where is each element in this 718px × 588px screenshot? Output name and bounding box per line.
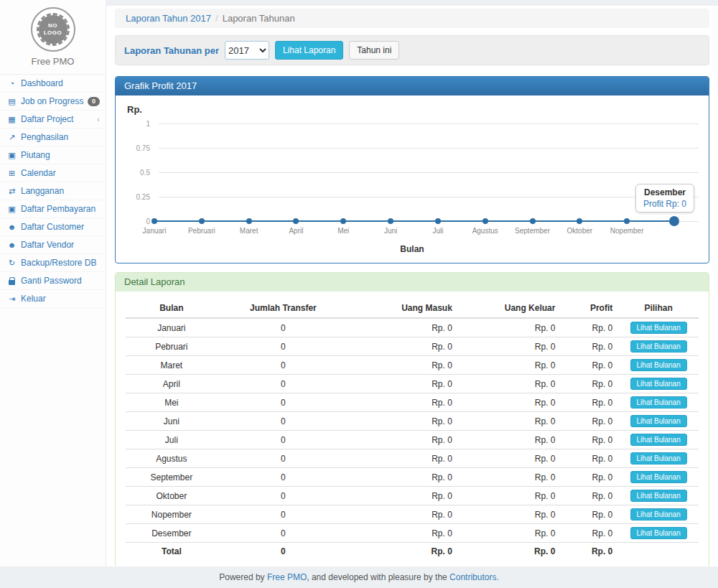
total-row: Total0Rp. 0Rp. 0Rp. 0 bbox=[126, 543, 699, 560]
report-filter-bar: Laporan Tahunan per 2017 Lihat Laporan T… bbox=[115, 35, 709, 65]
view-report-button[interactable]: Lihat Laporan bbox=[275, 41, 343, 60]
sidebar-item-dashboard[interactable]: ◔Dashboard bbox=[0, 75, 106, 93]
profit-cell: Rp. 0 bbox=[561, 543, 618, 560]
view-monthly-button[interactable]: Lihat Bulanan bbox=[630, 396, 687, 409]
column-header: Profit bbox=[561, 299, 618, 318]
table-row: Maret0Rp. 0Rp. 0Rp. 0Lihat Bulanan bbox=[126, 356, 699, 375]
view-monthly-button[interactable]: Lihat Bulanan bbox=[630, 359, 687, 371]
this-year-button[interactable]: Tahun ini bbox=[349, 41, 399, 60]
bulan-cell: Januari bbox=[126, 318, 218, 337]
uang-keluar-cell: Rp. 0 bbox=[458, 524, 561, 543]
sidebar-item-piutang[interactable]: ▣Piutang bbox=[0, 146, 106, 164]
gridline bbox=[159, 197, 699, 197]
uang-masuk-cell: Rp. 0 bbox=[349, 449, 458, 468]
uang-keluar-cell: Rp. 0 bbox=[458, 393, 561, 412]
uang-masuk-cell: Rp. 0 bbox=[349, 487, 458, 505]
x-tick-label: Nopember bbox=[601, 227, 653, 235]
x-tick-label: Juli bbox=[412, 227, 464, 235]
profit-cell: Rp. 0 bbox=[561, 393, 618, 412]
chevron-left-icon: ‹ bbox=[97, 114, 100, 124]
x-axis-label: Bulan bbox=[126, 244, 699, 254]
view-monthly-button[interactable]: Lihat Bulanan bbox=[630, 527, 687, 539]
sidebar-item-daftar-customer[interactable]: ☻Daftar Customer bbox=[0, 218, 106, 236]
uang-masuk-cell: Rp. 0 bbox=[349, 375, 458, 393]
data-point-oktober[interactable] bbox=[577, 218, 582, 224]
table-row: Oktober0Rp. 0Rp. 0Rp. 0Lihat Bulanan bbox=[126, 487, 699, 505]
sidebar-item-daftar-project[interactable]: ▦Daftar Project‹ bbox=[0, 111, 106, 129]
view-monthly-button[interactable]: Lihat Bulanan bbox=[630, 322, 687, 334]
view-monthly-button[interactable]: Lihat Bulanan bbox=[630, 471, 687, 483]
data-point-agustus[interactable] bbox=[482, 218, 488, 224]
footer-brand-link[interactable]: Free PMO bbox=[267, 572, 307, 582]
column-header: Bulan bbox=[126, 299, 218, 318]
jumlah-transfer-cell: 0 bbox=[218, 318, 350, 337]
sidebar-item-penghasilan[interactable]: ↗Penghasilan bbox=[0, 129, 106, 146]
sidebar-item-ganti-password[interactable]: Ganti Password bbox=[0, 272, 106, 290]
action-cell: Lihat Bulanan bbox=[618, 487, 699, 505]
sidebar-item-label: Job on Progress bbox=[21, 96, 83, 106]
table-row: Agustus0Rp. 0Rp. 0Rp. 0Lihat Bulanan bbox=[126, 449, 699, 468]
data-point-januari[interactable] bbox=[151, 218, 157, 224]
sidebar-item-keluar[interactable]: ⇥Keluar bbox=[0, 290, 106, 308]
calendar-icon: ⊞ bbox=[6, 168, 17, 178]
data-point-september[interactable] bbox=[530, 218, 536, 224]
data-point-maret[interactable] bbox=[246, 218, 252, 224]
logo-seal-icon: NO LOGO bbox=[37, 13, 70, 46]
data-point-mei[interactable] bbox=[340, 218, 346, 224]
data-point-nopember[interactable] bbox=[624, 218, 630, 224]
data-point-juli[interactable] bbox=[435, 218, 441, 224]
profit-cell: Rp. 0 bbox=[561, 505, 618, 524]
view-monthly-button[interactable]: Lihat Bulanan bbox=[630, 415, 687, 427]
uang-masuk-cell: Rp. 0 bbox=[349, 543, 458, 560]
sidebar-item-langganan[interactable]: ⇄Langganan bbox=[0, 182, 106, 200]
app-window: NO LOGO Free PMO ◔Dashboard▤Job on Progr… bbox=[0, 0, 718, 588]
sidebar-item-calendar[interactable]: ⊞Calendar bbox=[0, 164, 106, 182]
data-point-pebruari[interactable] bbox=[199, 218, 205, 224]
detail-report-panel: Detail Laporan BulanJumlah TransferUang … bbox=[115, 272, 709, 566]
view-monthly-button[interactable]: Lihat Bulanan bbox=[630, 378, 687, 390]
action-cell: Lihat Bulanan bbox=[618, 431, 699, 449]
y-tick-label: 0.5 bbox=[126, 169, 150, 177]
sidebar-item-label: Calendar bbox=[21, 168, 56, 178]
uang-keluar-cell: Rp. 0 bbox=[458, 337, 561, 356]
x-tick-label: Oktober bbox=[554, 227, 605, 235]
bulan-cell: September bbox=[126, 468, 218, 487]
uang-masuk-cell: Rp. 0 bbox=[349, 431, 458, 449]
profit-cell: Rp. 0 bbox=[561, 318, 618, 337]
sidebar-item-label: Keluar bbox=[21, 294, 46, 304]
footer-text-middle: , and developed with pleasure by the bbox=[307, 572, 449, 582]
bulan-cell: Nopember bbox=[126, 505, 218, 524]
view-monthly-button[interactable]: Lihat Bulanan bbox=[630, 490, 687, 502]
sidebar-item-job-on-progress[interactable]: ▤Job on Progress0 bbox=[0, 93, 106, 111]
y-tick-label: 0.75 bbox=[126, 144, 150, 152]
footer-contributors-link[interactable]: Contributors. bbox=[449, 572, 499, 582]
tooltip-value: Profit Rp: 0 bbox=[643, 199, 686, 209]
table-body: Januari0Rp. 0Rp. 0Rp. 0Lihat BulananPebr… bbox=[126, 318, 699, 560]
sidebar: NO LOGO Free PMO ◔Dashboard▤Job on Progr… bbox=[0, 0, 106, 566]
profit-cell: Rp. 0 bbox=[561, 468, 618, 487]
uang-masuk-cell: Rp. 0 bbox=[349, 412, 458, 431]
view-monthly-button[interactable]: Lihat Bulanan bbox=[630, 508, 687, 521]
y-tick-label: 0.25 bbox=[126, 193, 150, 201]
profit-cell: Rp. 0 bbox=[561, 337, 618, 356]
action-cell: Lihat Bulanan bbox=[618, 393, 699, 412]
view-monthly-button[interactable]: Lihat Bulanan bbox=[630, 340, 687, 353]
view-monthly-button[interactable]: Lihat Bulanan bbox=[630, 434, 687, 446]
sidebar-item-backup-restore-db[interactable]: ↻Backup/Restore DB bbox=[0, 254, 106, 272]
data-point-desember[interactable] bbox=[669, 216, 679, 226]
data-point-juni[interactable] bbox=[388, 218, 393, 224]
brand-name: Free PMO bbox=[0, 56, 106, 67]
sidebar-item-label: Daftar Vendor bbox=[21, 240, 74, 250]
view-monthly-button[interactable]: Lihat Bulanan bbox=[630, 452, 687, 465]
chart-panel-title: Grafik Profit 2017 bbox=[116, 77, 709, 95]
breadcrumb-current: Laporan Tahunan bbox=[223, 13, 295, 24]
breadcrumb-link[interactable]: Laporan Tahun 2017 bbox=[126, 13, 211, 24]
sidebar-item-label: Daftar Pembayaran bbox=[21, 204, 95, 214]
users-icon: ☻ bbox=[6, 222, 17, 232]
sidebar-item-label: Backup/Restore DB bbox=[21, 258, 96, 268]
sidebar-item-daftar-pembayaran[interactable]: ▣Daftar Pembayaran bbox=[0, 200, 106, 218]
data-point-april[interactable] bbox=[293, 218, 299, 224]
sidebar-item-daftar-vendor[interactable]: ☻Daftar Vendor bbox=[0, 236, 106, 254]
table-row: April0Rp. 0Rp. 0Rp. 0Lihat Bulanan bbox=[126, 375, 699, 393]
year-select[interactable]: 2017 bbox=[225, 41, 269, 60]
